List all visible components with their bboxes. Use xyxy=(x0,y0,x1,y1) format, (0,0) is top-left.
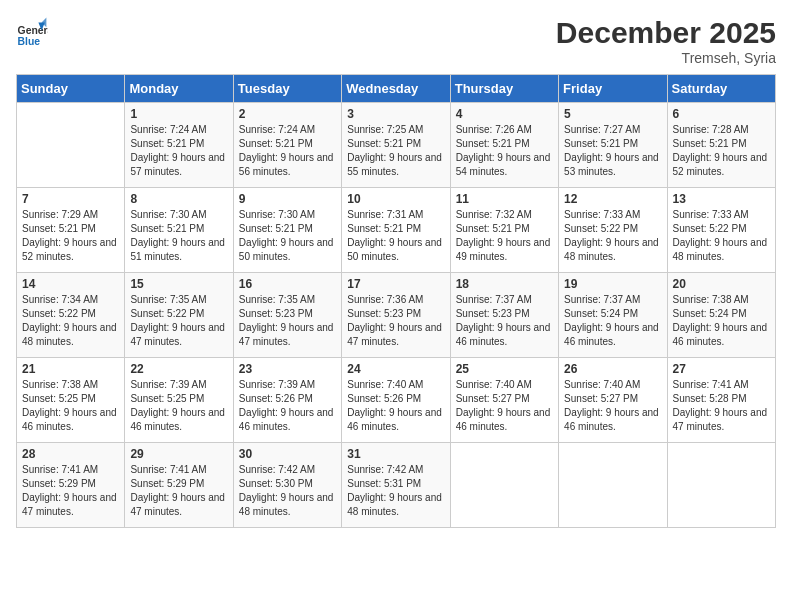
day-cell: 31Sunrise: 7:42 AMSunset: 5:31 PMDayligh… xyxy=(342,443,450,528)
day-info: Sunrise: 7:35 AMSunset: 5:22 PMDaylight:… xyxy=(130,293,227,349)
day-cell: 24Sunrise: 7:40 AMSunset: 5:26 PMDayligh… xyxy=(342,358,450,443)
day-cell: 20Sunrise: 7:38 AMSunset: 5:24 PMDayligh… xyxy=(667,273,775,358)
day-info: Sunrise: 7:40 AMSunset: 5:27 PMDaylight:… xyxy=(456,378,553,434)
day-info: Sunrise: 7:40 AMSunset: 5:27 PMDaylight:… xyxy=(564,378,661,434)
page-header: General Blue December 2025 Tremseh, Syri… xyxy=(16,16,776,66)
title-block: December 2025 Tremseh, Syria xyxy=(556,16,776,66)
week-row-2: 7Sunrise: 7:29 AMSunset: 5:21 PMDaylight… xyxy=(17,188,776,273)
day-cell: 9Sunrise: 7:30 AMSunset: 5:21 PMDaylight… xyxy=(233,188,341,273)
day-number: 26 xyxy=(564,362,661,376)
day-number: 13 xyxy=(673,192,770,206)
day-cell: 21Sunrise: 7:38 AMSunset: 5:25 PMDayligh… xyxy=(17,358,125,443)
calendar-table: SundayMondayTuesdayWednesdayThursdayFrid… xyxy=(16,74,776,528)
col-header-wednesday: Wednesday xyxy=(342,75,450,103)
day-info: Sunrise: 7:32 AMSunset: 5:21 PMDaylight:… xyxy=(456,208,553,264)
day-info: Sunrise: 7:37 AMSunset: 5:24 PMDaylight:… xyxy=(564,293,661,349)
day-number: 10 xyxy=(347,192,444,206)
day-number: 25 xyxy=(456,362,553,376)
day-info: Sunrise: 7:28 AMSunset: 5:21 PMDaylight:… xyxy=(673,123,770,179)
day-number: 31 xyxy=(347,447,444,461)
day-cell xyxy=(667,443,775,528)
day-cell: 19Sunrise: 7:37 AMSunset: 5:24 PMDayligh… xyxy=(559,273,667,358)
day-number: 18 xyxy=(456,277,553,291)
day-info: Sunrise: 7:39 AMSunset: 5:26 PMDaylight:… xyxy=(239,378,336,434)
day-number: 7 xyxy=(22,192,119,206)
day-cell: 11Sunrise: 7:32 AMSunset: 5:21 PMDayligh… xyxy=(450,188,558,273)
month-year: December 2025 xyxy=(556,16,776,50)
day-cell: 18Sunrise: 7:37 AMSunset: 5:23 PMDayligh… xyxy=(450,273,558,358)
week-row-1: 1Sunrise: 7:24 AMSunset: 5:21 PMDaylight… xyxy=(17,103,776,188)
week-row-5: 28Sunrise: 7:41 AMSunset: 5:29 PMDayligh… xyxy=(17,443,776,528)
col-header-thursday: Thursday xyxy=(450,75,558,103)
day-info: Sunrise: 7:40 AMSunset: 5:26 PMDaylight:… xyxy=(347,378,444,434)
day-number: 2 xyxy=(239,107,336,121)
day-number: 24 xyxy=(347,362,444,376)
day-info: Sunrise: 7:24 AMSunset: 5:21 PMDaylight:… xyxy=(239,123,336,179)
svg-text:General: General xyxy=(18,25,48,36)
day-number: 30 xyxy=(239,447,336,461)
day-cell: 17Sunrise: 7:36 AMSunset: 5:23 PMDayligh… xyxy=(342,273,450,358)
day-info: Sunrise: 7:30 AMSunset: 5:21 PMDaylight:… xyxy=(130,208,227,264)
day-cell: 28Sunrise: 7:41 AMSunset: 5:29 PMDayligh… xyxy=(17,443,125,528)
day-info: Sunrise: 7:33 AMSunset: 5:22 PMDaylight:… xyxy=(673,208,770,264)
day-cell: 4Sunrise: 7:26 AMSunset: 5:21 PMDaylight… xyxy=(450,103,558,188)
col-header-tuesday: Tuesday xyxy=(233,75,341,103)
day-info: Sunrise: 7:34 AMSunset: 5:22 PMDaylight:… xyxy=(22,293,119,349)
day-number: 3 xyxy=(347,107,444,121)
day-number: 9 xyxy=(239,192,336,206)
day-info: Sunrise: 7:38 AMSunset: 5:24 PMDaylight:… xyxy=(673,293,770,349)
day-number: 29 xyxy=(130,447,227,461)
day-number: 8 xyxy=(130,192,227,206)
logo: General Blue xyxy=(16,16,48,48)
week-row-4: 21Sunrise: 7:38 AMSunset: 5:25 PMDayligh… xyxy=(17,358,776,443)
day-info: Sunrise: 7:41 AMSunset: 5:28 PMDaylight:… xyxy=(673,378,770,434)
day-number: 12 xyxy=(564,192,661,206)
day-number: 23 xyxy=(239,362,336,376)
col-header-friday: Friday xyxy=(559,75,667,103)
day-cell: 16Sunrise: 7:35 AMSunset: 5:23 PMDayligh… xyxy=(233,273,341,358)
day-number: 22 xyxy=(130,362,227,376)
day-info: Sunrise: 7:41 AMSunset: 5:29 PMDaylight:… xyxy=(22,463,119,519)
day-number: 20 xyxy=(673,277,770,291)
svg-text:Blue: Blue xyxy=(18,36,41,47)
day-number: 27 xyxy=(673,362,770,376)
col-header-saturday: Saturday xyxy=(667,75,775,103)
day-info: Sunrise: 7:27 AMSunset: 5:21 PMDaylight:… xyxy=(564,123,661,179)
day-info: Sunrise: 7:42 AMSunset: 5:31 PMDaylight:… xyxy=(347,463,444,519)
day-info: Sunrise: 7:36 AMSunset: 5:23 PMDaylight:… xyxy=(347,293,444,349)
day-cell: 7Sunrise: 7:29 AMSunset: 5:21 PMDaylight… xyxy=(17,188,125,273)
day-info: Sunrise: 7:29 AMSunset: 5:21 PMDaylight:… xyxy=(22,208,119,264)
day-number: 17 xyxy=(347,277,444,291)
day-cell: 23Sunrise: 7:39 AMSunset: 5:26 PMDayligh… xyxy=(233,358,341,443)
day-number: 19 xyxy=(564,277,661,291)
day-cell: 2Sunrise: 7:24 AMSunset: 5:21 PMDaylight… xyxy=(233,103,341,188)
day-number: 15 xyxy=(130,277,227,291)
day-cell: 8Sunrise: 7:30 AMSunset: 5:21 PMDaylight… xyxy=(125,188,233,273)
day-number: 4 xyxy=(456,107,553,121)
day-cell: 27Sunrise: 7:41 AMSunset: 5:28 PMDayligh… xyxy=(667,358,775,443)
day-cell: 12Sunrise: 7:33 AMSunset: 5:22 PMDayligh… xyxy=(559,188,667,273)
day-info: Sunrise: 7:38 AMSunset: 5:25 PMDaylight:… xyxy=(22,378,119,434)
day-number: 1 xyxy=(130,107,227,121)
day-cell: 29Sunrise: 7:41 AMSunset: 5:29 PMDayligh… xyxy=(125,443,233,528)
day-cell: 5Sunrise: 7:27 AMSunset: 5:21 PMDaylight… xyxy=(559,103,667,188)
day-cell: 26Sunrise: 7:40 AMSunset: 5:27 PMDayligh… xyxy=(559,358,667,443)
day-number: 14 xyxy=(22,277,119,291)
location: Tremseh, Syria xyxy=(556,50,776,66)
day-info: Sunrise: 7:39 AMSunset: 5:25 PMDaylight:… xyxy=(130,378,227,434)
col-header-monday: Monday xyxy=(125,75,233,103)
day-number: 16 xyxy=(239,277,336,291)
day-cell: 30Sunrise: 7:42 AMSunset: 5:30 PMDayligh… xyxy=(233,443,341,528)
day-info: Sunrise: 7:33 AMSunset: 5:22 PMDaylight:… xyxy=(564,208,661,264)
day-info: Sunrise: 7:31 AMSunset: 5:21 PMDaylight:… xyxy=(347,208,444,264)
week-row-3: 14Sunrise: 7:34 AMSunset: 5:22 PMDayligh… xyxy=(17,273,776,358)
day-number: 28 xyxy=(22,447,119,461)
day-info: Sunrise: 7:24 AMSunset: 5:21 PMDaylight:… xyxy=(130,123,227,179)
day-info: Sunrise: 7:35 AMSunset: 5:23 PMDaylight:… xyxy=(239,293,336,349)
day-cell: 3Sunrise: 7:25 AMSunset: 5:21 PMDaylight… xyxy=(342,103,450,188)
day-cell xyxy=(17,103,125,188)
day-cell: 15Sunrise: 7:35 AMSunset: 5:22 PMDayligh… xyxy=(125,273,233,358)
day-info: Sunrise: 7:25 AMSunset: 5:21 PMDaylight:… xyxy=(347,123,444,179)
day-info: Sunrise: 7:26 AMSunset: 5:21 PMDaylight:… xyxy=(456,123,553,179)
day-cell: 13Sunrise: 7:33 AMSunset: 5:22 PMDayligh… xyxy=(667,188,775,273)
